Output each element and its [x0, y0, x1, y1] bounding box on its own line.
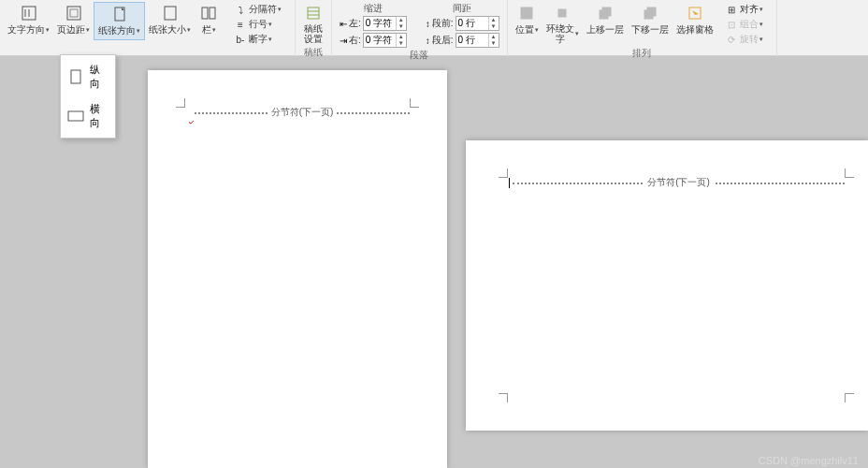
indent-left-spinner[interactable]: ▲▼	[363, 16, 407, 31]
watermark: CSDN @mengzhilv11	[759, 455, 859, 466]
margins-label: 页边距	[57, 23, 85, 37]
indent-right-spinner[interactable]: ▲▼	[363, 33, 407, 48]
wrap-icon	[553, 4, 571, 22]
align-label: 对齐	[740, 3, 759, 16]
spacing-after-icon: ↕	[426, 36, 430, 46]
wrap-text-button: 环绕文 字▾	[542, 2, 583, 47]
spin-down[interactable]: ▼	[489, 23, 499, 30]
spacing-header: 间距	[426, 2, 499, 15]
section-break-label: 分节符(下一页)	[644, 176, 714, 189]
group-page-setup: 文字方向▾ 页边距▾ 纸张方向▾ 纸张大小▾	[0, 0, 226, 56]
chevron-down-icon: ▾	[137, 27, 140, 35]
svg-rect-3	[67, 7, 80, 20]
spacing-after-spinner[interactable]: ▲▼	[456, 33, 499, 48]
indent-left-input[interactable]	[364, 19, 396, 29]
line-numbers-icon: ≡	[234, 18, 247, 31]
group-arrange: 位置▾ 环绕文 字▾ 上移一层 下移一层 选择窗格 ⊞对齐▾ ⊡组合▾ ⟳旋	[508, 0, 777, 56]
svg-rect-20	[71, 70, 80, 83]
chevron-down-icon: ▾	[187, 26, 191, 34]
margins-button[interactable]: 页边距▾	[53, 2, 94, 40]
chevron-down-icon: ▾	[278, 6, 282, 13]
indent-right-input[interactable]	[364, 36, 396, 46]
svg-rect-4	[70, 9, 78, 17]
text-direction-label: 文字方向	[7, 23, 45, 37]
chevron-down-icon: ▾	[268, 21, 272, 28]
columns-label: 栏	[202, 23, 211, 37]
orientation-icon	[110, 5, 129, 23]
group-obj-label: 组合	[740, 18, 759, 31]
margin-corner	[176, 98, 185, 108]
page-1[interactable]: 分节符(下一页)	[148, 70, 447, 468]
chevron-down-icon: ▾	[46, 26, 50, 34]
paragraph-group-label: 段落	[410, 49, 428, 64]
align-button[interactable]: ⊞对齐▾	[721, 2, 767, 17]
orientation-button[interactable]: 纸张方向▾	[94, 2, 145, 40]
spin-down[interactable]: ▼	[397, 40, 406, 47]
margin-corner	[845, 168, 854, 178]
svg-rect-6	[165, 7, 176, 20]
spin-up[interactable]: ▲	[397, 34, 406, 40]
margin-corner	[845, 393, 854, 402]
forward-icon	[596, 4, 615, 22]
margin-corner	[499, 168, 508, 178]
spin-up[interactable]: ▲	[489, 17, 499, 23]
portrait-option[interactable]: 纵向	[63, 57, 113, 96]
indent-right-label: 右:	[349, 34, 361, 47]
size-label: 纸张大小	[149, 23, 186, 37]
position-icon	[517, 4, 536, 22]
breaks-label: 分隔符	[249, 3, 277, 16]
svg-rect-8	[210, 7, 215, 19]
landscape-option[interactable]: 横向	[63, 96, 113, 136]
spacing-before-label: 段前:	[432, 17, 454, 30]
spin-up[interactable]: ▲	[489, 34, 499, 40]
position-label: 位置	[515, 23, 534, 37]
indent-right-icon: ⇥	[340, 36, 347, 46]
squiggle-underline	[189, 111, 194, 121]
section-break: 分节符(下一页)	[513, 182, 845, 183]
svg-rect-13	[524, 10, 528, 15]
paper-setting-button[interactable]: 稿纸 设置	[299, 2, 327, 46]
rotate-label: 旋转	[740, 33, 759, 46]
line-numbers-label: 行号	[249, 18, 268, 31]
group-breaks: ⤵分隔符▾ ≡行号▾ b-断字▾	[226, 0, 296, 56]
bring-forward-button: 上移一层	[583, 2, 628, 47]
selection-pane-button[interactable]: 选择窗格	[673, 2, 717, 47]
orientation-dropdown: 纵向 横向	[60, 54, 116, 139]
text-direction-button[interactable]: 文字方向▾	[4, 2, 53, 40]
indent-left-label: 左:	[349, 17, 361, 30]
columns-icon	[199, 4, 218, 22]
spin-up[interactable]: ▲	[397, 17, 406, 23]
spacing-before-icon: ↕	[426, 19, 430, 29]
workspace[interactable]: 分节符(下一页) 分节符(下一页)	[0, 56, 868, 468]
paper-group-label: 稿纸	[304, 46, 323, 61]
rotate-icon: ⟳	[725, 33, 738, 46]
spacing-before-input[interactable]	[456, 19, 488, 29]
spin-down[interactable]: ▼	[489, 40, 499, 47]
section-break-label: 分节符(下一页)	[268, 106, 338, 119]
breaks-icon: ⤵	[234, 3, 247, 16]
svg-rect-9	[308, 7, 319, 19]
spacing-after-label: 段后:	[432, 34, 454, 47]
ribbon: 文字方向▾ 页边距▾ 纸张方向▾ 纸张大小▾	[0, 0, 868, 56]
chevron-down-icon: ▾	[212, 26, 216, 34]
size-button[interactable]: 纸张大小▾	[145, 2, 195, 40]
breaks-button[interactable]: ⤵分隔符▾	[230, 2, 285, 17]
spin-down[interactable]: ▼	[397, 23, 406, 30]
svg-rect-18	[644, 10, 653, 19]
orientation-label: 纸张方向	[98, 24, 136, 37]
hyphenation-button[interactable]: b-断字▾	[230, 32, 285, 47]
group-paragraph: 缩进 ⇤ 左: ▲▼ ⇥ 右: ▲▼	[332, 0, 508, 56]
spacing-before-spinner[interactable]: ▲▼	[456, 16, 499, 31]
svg-rect-14	[558, 9, 566, 17]
margin-corner	[499, 393, 508, 402]
columns-button[interactable]: 栏▾	[195, 2, 223, 40]
align-icon: ⊞	[725, 3, 738, 16]
chevron-down-icon: ▾	[268, 36, 272, 43]
page-2[interactable]: 分节符(下一页)	[466, 140, 868, 431]
portrait-icon	[66, 70, 84, 83]
send-backward-button: 下移一层	[628, 2, 673, 47]
line-numbers-button[interactable]: ≡行号▾	[230, 17, 285, 32]
spacing-after-input[interactable]	[456, 36, 488, 46]
svg-rect-16	[602, 7, 611, 16]
wrap-label: 环绕文 字	[546, 23, 574, 44]
